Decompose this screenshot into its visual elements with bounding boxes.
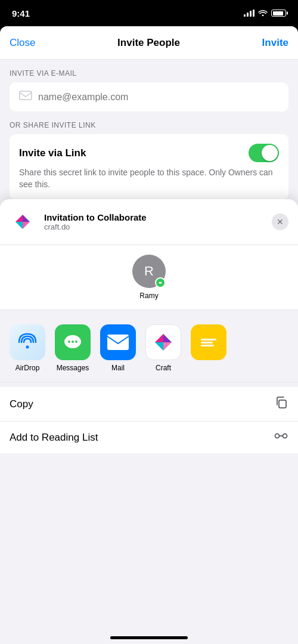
status-time: 9:41 (12, 8, 30, 18)
email-card (10, 82, 288, 112)
app-item-airdrop[interactable]: AirDrop (10, 324, 45, 372)
invite-link-label: Invite via Link (19, 147, 86, 159)
status-right-icons (244, 9, 286, 18)
reading-list-action[interactable]: Add to Reading List (0, 422, 298, 453)
reading-list-label: Add to Reading List (10, 432, 98, 444)
svg-rect-0 (20, 91, 32, 100)
signal-icon (244, 10, 254, 17)
separator-1 (0, 310, 298, 315)
copy-icon (274, 395, 288, 413)
battery-icon (271, 10, 286, 17)
page-title: Invite People (117, 37, 180, 49)
apps-row: AirDrop Messages (10, 324, 288, 372)
svg-point-3 (26, 346, 29, 349)
share-link-section-label: OR SHARE INVITE LINK (0, 112, 298, 134)
invite-button[interactable]: Invite (262, 37, 288, 49)
svg-rect-9 (107, 335, 129, 350)
svg-rect-10 (201, 339, 216, 340)
status-bar: 9:41 (0, 0, 298, 26)
invite-link-toggle[interactable] (249, 144, 279, 162)
copy-label: Copy (10, 398, 33, 410)
mail-icon (100, 324, 136, 360)
craft-label: Craft (156, 364, 171, 372)
main-sheet: Close Invite People Invite INVITE VIA E-… (0, 26, 298, 644)
share-title: Invitation to Collaborate (44, 212, 147, 222)
messages-label: Messages (57, 364, 89, 372)
messages-icon (55, 324, 91, 360)
contact-item-ramy[interactable]: R Ramy (10, 255, 288, 300)
svg-point-6 (68, 340, 70, 343)
share-header: Invitation to Collaborate craft.do ✕ (0, 199, 298, 245)
craft-icon (145, 324, 181, 360)
more-icon (191, 324, 226, 360)
messages-badge (155, 277, 166, 288)
svg-point-14 (275, 434, 280, 438)
mail-label: Mail (111, 364, 125, 372)
share-info: Invitation to Collaborate craft.do (44, 212, 147, 231)
contacts-section: R Ramy (0, 245, 298, 310)
toggle-thumb (262, 145, 278, 161)
copy-action[interactable]: Copy (0, 387, 298, 422)
home-indicator (110, 636, 188, 639)
close-x-icon: ✕ (277, 217, 284, 227)
action-section: Copy Add to Reading List (0, 387, 298, 453)
share-app-icon (10, 209, 36, 235)
invite-link-description: Share this secret link to invite people … (19, 167, 279, 190)
app-item-mail[interactable]: Mail (100, 324, 136, 372)
airdrop-label: AirDrop (15, 364, 40, 372)
svg-point-15 (283, 434, 287, 438)
nav-bar: Close Invite People Invite (0, 26, 298, 60)
app-item-craft[interactable]: Craft (145, 324, 181, 372)
app-item-messages[interactable]: Messages (55, 324, 91, 372)
contact-avatar: R (132, 255, 166, 288)
airdrop-icon (10, 324, 45, 360)
contact-name: Ramy (139, 292, 158, 300)
email-section-label: INVITE VIA E-MAIL (0, 60, 298, 82)
wifi-icon (258, 9, 268, 18)
invite-link-row: Invite via Link (19, 144, 279, 162)
svg-rect-12 (201, 345, 214, 346)
svg-rect-11 (201, 342, 213, 343)
apps-section: AirDrop Messages (0, 315, 298, 382)
reading-list-icon (274, 430, 288, 445)
share-sheet: Invitation to Collaborate craft.do ✕ R (0, 199, 298, 644)
share-close-button[interactable]: ✕ (272, 213, 288, 230)
invite-link-card: Invite via Link Share this secret link t… (10, 134, 288, 200)
share-subtitle: craft.do (44, 222, 147, 231)
close-button[interactable]: Close (10, 37, 35, 49)
svg-point-8 (75, 340, 77, 343)
svg-rect-13 (279, 400, 286, 408)
email-input[interactable] (38, 92, 279, 103)
svg-point-7 (72, 340, 74, 343)
app-item-more[interactable] (191, 324, 226, 372)
envelope-icon (19, 91, 32, 103)
contact-initial: R (144, 264, 154, 279)
